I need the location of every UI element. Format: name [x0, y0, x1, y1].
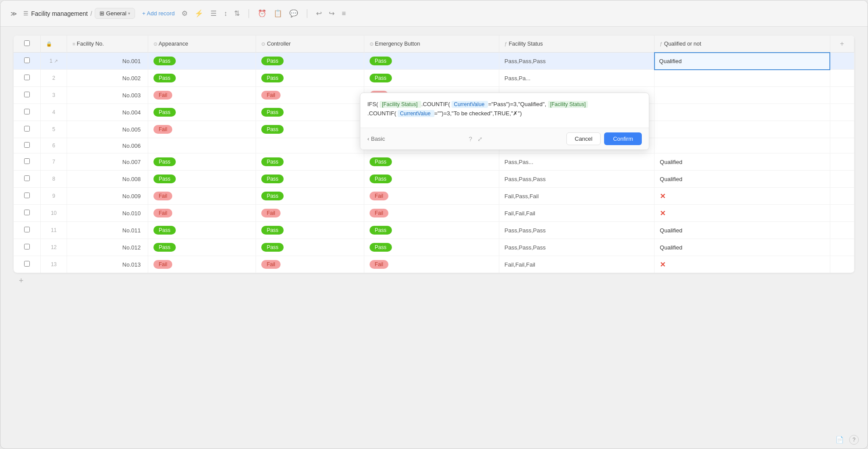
chat-icon[interactable]: 💬 [289, 9, 298, 18]
add-record-button[interactable]: + Add record [139, 8, 178, 18]
qualified-cell[interactable]: Qualified [655, 239, 830, 256]
add-row-button[interactable]: + [14, 273, 854, 289]
qualified-cell[interactable]: ✕ [655, 205, 830, 222]
row-checkbox[interactable] [24, 175, 30, 181]
row-checkbox[interactable] [24, 210, 30, 215]
facility-status-cell[interactable]: Pass,Pass,Pass [499, 171, 654, 188]
badge-cell[interactable] [148, 138, 256, 153]
row-checkbox[interactable] [24, 227, 30, 232]
badge-cell[interactable]: Pass [256, 53, 364, 70]
qualified-cell[interactable] [655, 104, 830, 121]
col-appearance[interactable]: ⊙ Appearance [148, 36, 256, 53]
row-checkbox[interactable] [24, 142, 30, 148]
formula-expand-icon[interactable]: ⤢ [477, 135, 483, 143]
col-controller[interactable]: ⊙ Controller [256, 36, 364, 53]
facility-status-cell[interactable]: Pass,Pass,Pass [499, 239, 654, 256]
badge-cell[interactable]: Fail [364, 188, 499, 205]
badge-cell[interactable]: Pass [364, 70, 499, 87]
facility-status-cell[interactable]: Fail,Fail,Fail [499, 205, 654, 222]
badge-cell[interactable]: Fail [256, 87, 364, 104]
row-checkbox-cell[interactable] [14, 222, 41, 239]
qualified-cell[interactable] [655, 70, 830, 87]
row-checkbox-cell[interactable] [14, 70, 41, 87]
filter-icon[interactable]: ⚡ [195, 9, 203, 18]
badge-cell[interactable]: Pass [148, 222, 256, 239]
badge-cell[interactable]: Fail [148, 256, 256, 273]
row-checkbox[interactable] [24, 192, 30, 198]
badge-cell[interactable]: Fail [364, 256, 499, 273]
facility-status-cell[interactable]: Fail,Pass,Fail [499, 188, 654, 205]
settings-icon[interactable]: ⚙ [181, 9, 188, 18]
badge-cell[interactable]: Fail [148, 121, 256, 138]
row-checkbox-cell[interactable] [14, 121, 41, 138]
badge-cell[interactable]: Pass [256, 239, 364, 256]
badge-cell[interactable]: Pass [256, 121, 364, 138]
qualified-cell[interactable]: Qualified [655, 171, 830, 188]
qualified-cell[interactable]: Qualified [655, 153, 830, 171]
redo-icon[interactable]: ↪ [329, 9, 334, 18]
col-qualified-or-not[interactable]: ƒ Qualified or not [655, 36, 830, 53]
badge-cell[interactable]: Pass [148, 53, 256, 70]
doc-icon[interactable]: 📄 [836, 436, 844, 444]
badge-cell[interactable]: Pass [256, 171, 364, 188]
facility-status-cell[interactable]: Pass,Pass,Pass [499, 222, 654, 239]
formula-help-icon[interactable]: ? [469, 135, 472, 143]
row-checkbox[interactable] [24, 92, 30, 97]
badge-cell[interactable] [256, 138, 364, 153]
row-checkbox[interactable] [24, 109, 30, 114]
badge-cell[interactable]: Pass [148, 239, 256, 256]
badge-cell[interactable]: Fail [148, 188, 256, 205]
row-checkbox-cell[interactable] [14, 256, 41, 273]
badge-cell[interactable]: Pass [148, 171, 256, 188]
badge-cell[interactable]: Pass [256, 153, 364, 171]
row-checkbox-cell[interactable] [14, 53, 41, 70]
badge-cell[interactable]: Pass [148, 70, 256, 87]
collapse-button[interactable]: ≫ [7, 7, 20, 20]
more-icon[interactable]: ≡ [342, 10, 345, 18]
badge-cell[interactable]: Fail [148, 87, 256, 104]
qualified-cell[interactable] [655, 138, 830, 153]
group-icon[interactable]: ⇅ [234, 9, 240, 18]
row-checkbox[interactable] [24, 244, 30, 249]
help-icon[interactable]: ? [849, 435, 859, 445]
row-checkbox[interactable] [24, 261, 30, 267]
confirm-button[interactable]: Confirm [604, 132, 642, 145]
col-facility-status[interactable]: ƒ Facility Status [499, 36, 654, 53]
badge-cell[interactable]: Fail [148, 205, 256, 222]
col-facility-no[interactable]: ≡ Facility No. [67, 36, 148, 53]
formula-editor[interactable]: IFS( [Facility Status] .COUNTIF( Current… [360, 93, 649, 128]
qualified-cell[interactable]: ✕ [655, 188, 830, 205]
qualified-cell[interactable]: Qualified [655, 53, 830, 70]
badge-cell[interactable]: Pass [148, 104, 256, 121]
select-all-checkbox[interactable] [24, 40, 30, 46]
row-checkbox-cell[interactable] [14, 205, 41, 222]
col-emergency[interactable]: ⊙ Emergency Button [364, 36, 499, 53]
facility-status-cell[interactable]: Pass,Pa... [499, 70, 654, 87]
list-icon[interactable]: ☰ [210, 9, 217, 18]
badge-cell[interactable]: Pass [148, 153, 256, 171]
row-checkbox-cell[interactable] [14, 87, 41, 104]
sort-icon[interactable]: ↕ [224, 10, 227, 18]
row-checkbox-cell[interactable] [14, 104, 41, 121]
badge-cell[interactable]: Fail [364, 205, 499, 222]
row-checkbox[interactable] [24, 57, 30, 63]
view-selector[interactable]: ⊞ General ▾ [95, 8, 135, 19]
badge-cell[interactable]: Pass [256, 70, 364, 87]
expand-icon[interactable]: ↗ [54, 58, 58, 64]
badge-cell[interactable]: Pass [256, 188, 364, 205]
facility-status-cell[interactable]: Pass,Pas... [499, 153, 654, 171]
undo-icon[interactable]: ↩ [316, 9, 322, 18]
facility-status-cell[interactable]: Fail,Fail,Fail [499, 256, 654, 273]
row-checkbox-cell[interactable] [14, 153, 41, 171]
badge-cell[interactable]: Fail [256, 205, 364, 222]
row-checkbox[interactable] [24, 158, 30, 164]
qualified-cell[interactable]: Qualified [655, 222, 830, 239]
badge-cell[interactable]: Pass [364, 171, 499, 188]
row-checkbox-cell[interactable] [14, 188, 41, 205]
col-checkbox[interactable] [14, 36, 41, 53]
badge-cell[interactable]: Pass [364, 239, 499, 256]
badge-cell[interactable]: Pass [364, 53, 499, 70]
badge-cell[interactable]: Pass [364, 153, 499, 171]
facility-status-cell[interactable]: Pass,Pass,Pass [499, 53, 654, 70]
cancel-button[interactable]: Cancel [566, 132, 601, 145]
